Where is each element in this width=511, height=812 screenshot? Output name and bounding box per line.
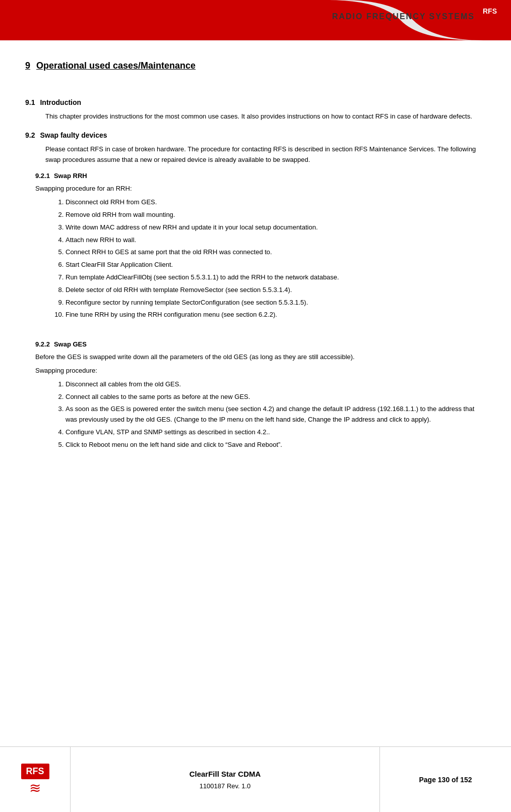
section-9-heading: 9Operational used cases/Maintenance: [25, 61, 486, 71]
page-header: RADIO FREQUENCY SYSTEMS RFS ≋: [0, 0, 511, 40]
list-item: Click to Reboot menu on the left hand si…: [66, 440, 486, 450]
main-content: 9Operational used cases/Maintenance 9.1I…: [0, 40, 511, 466]
list-item: As soon as the GES is powered enter the …: [66, 404, 486, 425]
list-item: Write down MAC address of new RRH and up…: [66, 222, 486, 233]
section-9-2-2-heading: 9.2.2Swap GES: [35, 340, 486, 348]
header-logo-area: RADIO FREQUENCY SYSTEMS RFS ≋: [332, 5, 501, 28]
list-item: Disconnect all cables from the old GES.: [66, 379, 486, 390]
list-item: Run template AddClearFillObj (see sectio…: [66, 272, 486, 283]
list-item: Fine tune RRH by using the RRH configura…: [66, 310, 486, 320]
list-item: Attach new RRH to wall.: [66, 235, 486, 246]
list-item: Connect RRH to GES at same port that the…: [66, 247, 486, 258]
footer-logo-area: RFS ≋: [0, 747, 71, 812]
section-9-2-1-intro: Swapping procedure for an RRH:: [35, 184, 486, 194]
section-9-2-heading: 9.2Swap faulty devices: [25, 131, 486, 139]
footer-page-info: Page 130 of 152: [380, 747, 511, 812]
company-name: RADIO FREQUENCY SYSTEMS: [332, 12, 475, 21]
footer-rfs-logo: RFS: [21, 764, 49, 779]
page-number: Page 130 of 152: [419, 776, 472, 784]
list-item: Start ClearFill Star Application Client.: [66, 260, 486, 270]
list-item: Disconnect old RRH from GES.: [66, 197, 486, 208]
page-footer: RFS ≋ ClearFill Star CDMA 1100187 Rev. 1…: [0, 746, 511, 812]
list-item: Delete sector of old RRH with template R…: [66, 285, 486, 296]
footer-center: ClearFill Star CDMA 1100187 Rev. 1.0: [71, 747, 380, 812]
section-9-2-2-intro1: Before the GES is swapped write down all…: [35, 352, 486, 363]
section-9-1-heading: 9.1Introduction: [25, 98, 486, 106]
section-9-2-1-heading: 9.2.1Swap RRH: [35, 172, 486, 180]
section-9-2-1-steps: Disconnect old RRH from GES. Remove old …: [66, 197, 486, 320]
list-item: Reconfigure sector by running template S…: [66, 298, 486, 308]
section-9-2-2-intro2: Swapping procedure:: [35, 366, 486, 376]
section-9-2-body: Please contact RFS in case of broken har…: [45, 144, 486, 165]
rfs-logo: RFS: [479, 5, 501, 17]
footer-rfs-waves-icon: ≋: [29, 781, 41, 795]
list-item: Connect all cables to the same ports as …: [66, 392, 486, 402]
rfs-waves-icon: ≋: [485, 17, 494, 28]
footer-product-name: ClearFill Star CDMA: [189, 770, 261, 778]
section-9-2-2-steps: Disconnect all cables from the old GES. …: [66, 379, 486, 450]
list-item: Remove old RRH from wall mounting.: [66, 210, 486, 220]
section-9-1-body: This chapter provides instructions for t…: [45, 111, 486, 122]
footer-revision: 1100187 Rev. 1.0: [200, 782, 251, 790]
list-item: Configure VLAN, STP and SNMP settings as…: [66, 427, 486, 438]
